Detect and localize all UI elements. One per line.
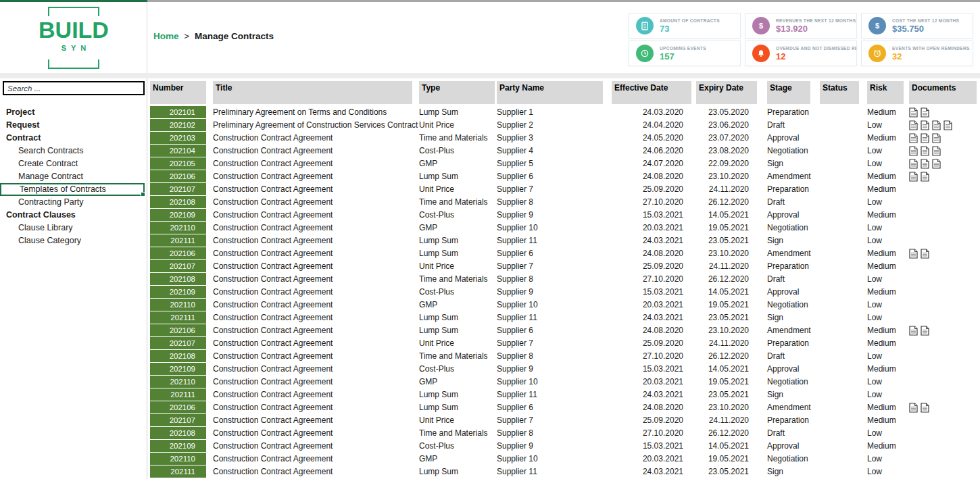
table-row[interactable]: 202108 Construction Contract Agreement T…: [148, 350, 980, 363]
contract-number-cell[interactable]: 202101: [150, 106, 206, 118]
document-icon[interactable]: [909, 172, 918, 182]
sidebar-item-search-contracts[interactable]: Search Contracts: [0, 145, 147, 157]
contract-number-cell[interactable]: 202108: [150, 196, 206, 208]
table-row[interactable]: 202107 Construction Contract Agreement U…: [148, 414, 980, 427]
kpi-card[interactable]: $ REVENUES THE NEXT 12 MONTHS $13.920: [745, 13, 857, 39]
contract-number-cell[interactable]: 202110: [150, 222, 206, 234]
table-row[interactable]: 202111 Construction Contract Agreement L…: [148, 465, 980, 478]
document-icon[interactable]: [921, 107, 929, 118]
table-row[interactable]: 202109 Construction Contract Agreement C…: [148, 286, 980, 299]
contract-number-cell[interactable]: 202102: [150, 119, 206, 131]
document-icon[interactable]: [932, 133, 941, 143]
document-icon[interactable]: [932, 159, 941, 169]
sidebar-item-clause-category[interactable]: Clause Category: [0, 234, 147, 247]
kpi-card[interactable]: OVERDUE AND NOT DISMISSED REMINDERS 12: [745, 41, 857, 66]
table-row[interactable]: 202110 Construction Contract Agreement G…: [148, 453, 980, 465]
contract-number-cell[interactable]: 202108: [150, 273, 206, 285]
breadcrumb-home-link[interactable]: Home: [153, 31, 179, 41]
document-icon[interactable]: [909, 249, 918, 259]
document-icon[interactable]: [921, 133, 929, 143]
document-icon[interactable]: [921, 159, 929, 169]
table-row[interactable]: 202109 Construction Contract Agreement C…: [148, 209, 980, 222]
sidebar-item-create-contract[interactable]: Create Contract: [0, 157, 147, 170]
document-icon[interactable]: [909, 403, 918, 413]
table-row[interactable]: 202111 Construction Contract Agreement L…: [148, 311, 980, 324]
contract-number-cell[interactable]: 202107: [150, 414, 206, 426]
contract-number-cell[interactable]: 202108: [150, 427, 206, 439]
document-icon[interactable]: [909, 159, 918, 169]
sidebar-item-contract-clauses[interactable]: Contract Clauses: [0, 209, 147, 222]
sidebar-item-project[interactable]: Project: [0, 106, 147, 119]
document-icon[interactable]: [932, 146, 941, 156]
contract-number-cell[interactable]: 202104: [150, 145, 206, 157]
contract-number-cell[interactable]: 202109: [150, 209, 206, 221]
table-row[interactable]: 202107 Construction Contract Agreement U…: [148, 337, 980, 350]
contract-number-cell[interactable]: 202109: [150, 363, 206, 375]
document-icon[interactable]: [921, 326, 929, 336]
table-row[interactable]: 202111 Construction Contract Agreement L…: [148, 234, 980, 247]
sidebar-item-request[interactable]: Request: [0, 119, 147, 132]
contract-number-cell[interactable]: 202103: [150, 132, 206, 144]
contract-number-cell[interactable]: 202110: [150, 453, 206, 465]
contract-number-cell[interactable]: 202111: [150, 234, 206, 247]
sidebar-item-manage-contract[interactable]: Manage Contract: [0, 170, 147, 183]
sidebar-item-templates-of-contracts[interactable]: Templates of Contracts: [0, 183, 145, 196]
kpi-card[interactable]: UPCOMING EVENTS 157: [629, 41, 741, 66]
contract-number-cell[interactable]: 202106: [150, 324, 206, 336]
table-row[interactable]: 202110 Construction Contract Agreement G…: [148, 376, 980, 388]
contract-number-cell[interactable]: 202108: [150, 350, 206, 362]
contract-number-cell[interactable]: 202106: [150, 401, 206, 413]
contract-number-cell[interactable]: 202111: [150, 465, 206, 478]
contract-number-cell[interactable]: 202106: [150, 247, 206, 259]
sidebar-item-contract[interactable]: Contract: [0, 132, 147, 145]
document-icon[interactable]: [921, 403, 929, 413]
contract-number-cell[interactable]: 202106: [150, 170, 206, 182]
document-icon[interactable]: [909, 146, 918, 156]
table-row[interactable]: 202106 Construction Contract Agreement L…: [148, 324, 980, 337]
document-icon[interactable]: [909, 107, 918, 118]
contract-number-cell[interactable]: 202109: [150, 286, 206, 298]
table-row[interactable]: 202103 Construction Contract Agreement T…: [148, 132, 980, 145]
table-row[interactable]: 202106 Construction Contract Agreement L…: [148, 247, 980, 260]
document-icon[interactable]: [921, 172, 929, 182]
document-icon[interactable]: [921, 120, 929, 130]
table-row[interactable]: 202108 Construction Contract Agreement T…: [148, 196, 980, 209]
contract-number-cell[interactable]: 202111: [150, 388, 206, 401]
table-row[interactable]: 202104 Construction Contract Agreement C…: [148, 145, 980, 157]
contract-number-cell[interactable]: 202107: [150, 337, 206, 349]
contract-number-cell[interactable]: 202109: [150, 440, 206, 452]
document-icon[interactable]: [944, 120, 952, 130]
contract-number-cell[interactable]: 202107: [150, 183, 206, 195]
document-icon[interactable]: [932, 120, 941, 130]
contract-number-cell[interactable]: 202105: [150, 157, 206, 170]
contract-number-cell[interactable]: 202110: [150, 299, 206, 311]
kpi-card[interactable]: EVENTS WITH OPEN REMINDERS 32: [861, 41, 973, 66]
kpi-card[interactable]: AMOUNT OF CONTRACTS 73: [629, 13, 741, 39]
kpi-card[interactable]: $ COST THE NEXT 12 MONTHS $35.750: [861, 13, 973, 39]
contract-number-cell[interactable]: 202110: [150, 376, 206, 388]
table-row[interactable]: 202108 Construction Contract Agreement T…: [148, 427, 980, 440]
document-icon[interactable]: [909, 133, 918, 143]
table-row[interactable]: 202109 Construction Contract Agreement C…: [148, 363, 980, 376]
sidebar-item-contracting-party[interactable]: Contracting Party: [0, 196, 147, 209]
document-icon[interactable]: [921, 146, 929, 156]
table-row[interactable]: 202107 Construction Contract Agreement U…: [148, 260, 980, 273]
sidebar-item-clause-library[interactable]: Clause Library: [0, 222, 147, 234]
document-icon[interactable]: [921, 249, 929, 259]
table-row[interactable]: 202102 Preliminary Agreement of Construc…: [148, 119, 980, 132]
table-row[interactable]: 202105 Construction Contract Agreement G…: [148, 157, 980, 170]
contract-number-cell[interactable]: 202111: [150, 311, 206, 324]
search-input[interactable]: [3, 81, 145, 95]
table-row[interactable]: 202108 Construction Contract Agreement T…: [148, 273, 980, 286]
table-row[interactable]: 202107 Construction Contract Agreement U…: [148, 183, 980, 196]
table-row[interactable]: 202106 Construction Contract Agreement L…: [148, 401, 980, 414]
table-row[interactable]: 202101 Preliminary Agreement on Terms an…: [148, 106, 980, 119]
table-row[interactable]: 202111 Construction Contract Agreement L…: [148, 388, 980, 401]
document-icon[interactable]: [909, 120, 918, 130]
contract-number-cell[interactable]: 202107: [150, 260, 206, 272]
table-row[interactable]: 202106 Construction Contract Agreement L…: [148, 170, 980, 183]
document-icon[interactable]: [909, 326, 918, 336]
table-row[interactable]: 202109 Construction Contract Agreement C…: [148, 440, 980, 453]
table-row[interactable]: 202110 Construction Contract Agreement G…: [148, 222, 980, 234]
table-row[interactable]: 202110 Construction Contract Agreement G…: [148, 299, 980, 311]
